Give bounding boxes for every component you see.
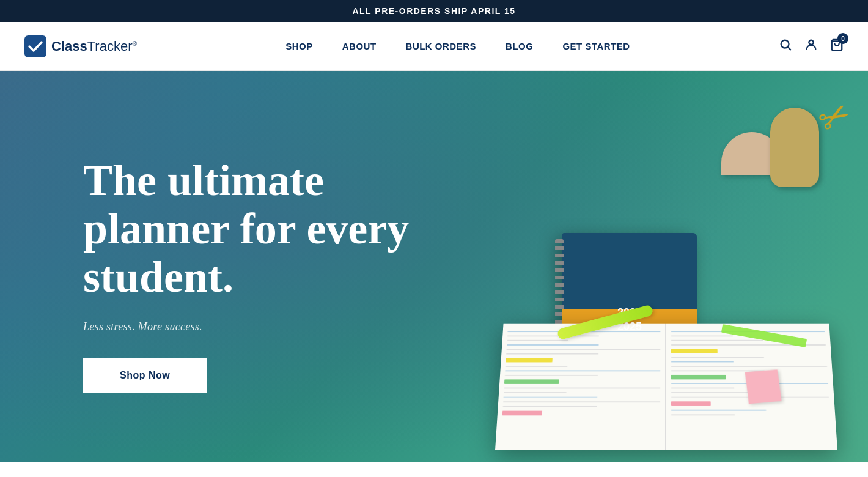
announcement-text: ALL PRE-ORDERS SHIP APRIL 15 [352, 6, 515, 16]
header: ClassTracker® SHOP ABOUT BULK ORDERS BLO… [0, 22, 868, 71]
hero-section: The ultimate planner for every student. … [0, 71, 868, 462]
hero-content: The ultimate planner for every student. … [83, 157, 462, 393]
logo-icon [24, 35, 46, 57]
hero-subtitle: Less stress. More success. [83, 320, 462, 333]
main-nav: SHOP ABOUT BULK ORDERS BLOG GET STARTED [285, 41, 630, 51]
hero-title: The ultimate planner for every student. [83, 157, 462, 302]
account-icon[interactable] [804, 38, 818, 54]
logo[interactable]: ClassTracker® [24, 35, 137, 57]
cart-icon[interactable]: 0 [830, 38, 844, 54]
planner-left-page [495, 324, 666, 450]
header-icons: 0 [779, 38, 844, 54]
svg-line-2 [788, 47, 790, 50]
cart-count: 0 [837, 33, 848, 44]
nav-bulk-orders[interactable]: BULK ORDERS [406, 41, 477, 51]
nav-get-started[interactable]: GET STARTED [562, 41, 630, 51]
post-it-note [745, 369, 782, 404]
svg-rect-0 [24, 35, 46, 57]
nav-about[interactable]: ABOUT [342, 41, 377, 51]
announcement-bar: ALL PRE-ORDERS SHIP APRIL 15 [0, 0, 868, 22]
search-icon[interactable] [779, 38, 792, 54]
nav-blog[interactable]: BLOG [506, 41, 533, 51]
shop-now-button[interactable]: Shop Now [83, 358, 207, 393]
nav-shop[interactable]: SHOP [285, 41, 313, 51]
logo-text: ClassTracker® [51, 39, 137, 54]
svg-point-3 [809, 40, 813, 45]
pens-container-prop [770, 108, 819, 187]
